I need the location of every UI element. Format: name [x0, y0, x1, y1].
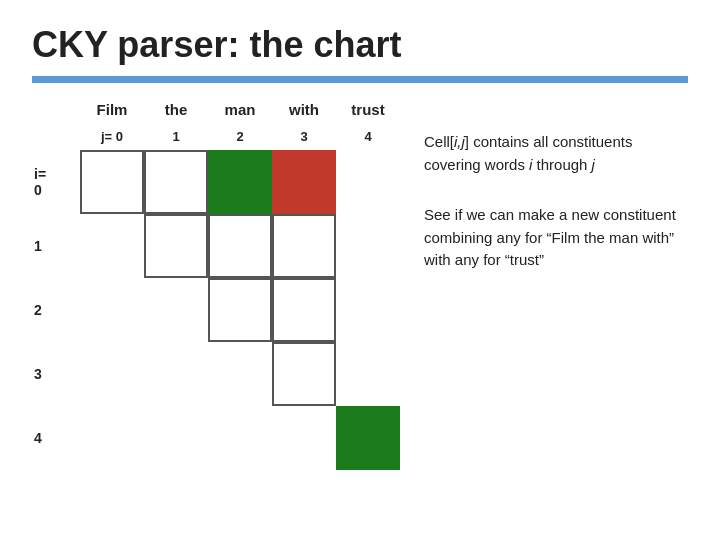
- row-label-1: 1: [32, 214, 80, 278]
- row-label-3: 3: [32, 342, 80, 406]
- j-label-2: 2: [208, 122, 272, 150]
- grid-row-4: [80, 406, 400, 470]
- cell-1-0: [80, 214, 144, 278]
- cell-4-1: [144, 406, 208, 470]
- row-label-0: i=0: [32, 150, 80, 214]
- cell-3-1: [144, 342, 208, 406]
- cell-1-2: [208, 214, 272, 278]
- cell-0-4: [336, 150, 400, 214]
- cell-1-3: [272, 214, 336, 278]
- content-area: Film the man with trust i=0 1 2 3 4: [32, 101, 688, 520]
- col-header-the: the: [144, 101, 208, 122]
- j-label-0: j= 0: [80, 122, 144, 150]
- cell-0-0: [80, 150, 144, 214]
- grid: j= 0 1 2 3 4: [80, 122, 400, 470]
- col-header-man: man: [208, 101, 272, 122]
- grid-area: i=0 1 2 3 4 j= 0 1 2 3 4: [32, 122, 400, 470]
- cell-0-2: [208, 150, 272, 214]
- blue-bar: [32, 76, 688, 83]
- cell-0-1: [144, 150, 208, 214]
- col-header-trust: trust: [336, 101, 400, 122]
- cell-2-4: [336, 278, 400, 342]
- cell-2-3: [272, 278, 336, 342]
- grid-row-3: [80, 342, 400, 406]
- cell-2-1: [144, 278, 208, 342]
- cell-2-2: [208, 278, 272, 342]
- cell-3-3: [272, 342, 336, 406]
- cell-3-0: [80, 342, 144, 406]
- page-title: CKY parser: the chart: [32, 24, 688, 66]
- j-label-3: 3: [272, 122, 336, 150]
- j-label-row: j= 0 1 2 3 4: [80, 122, 400, 150]
- info-section: Cell[i,j] contains all constituents cove…: [424, 101, 688, 520]
- page: CKY parser: the chart Film the man with …: [0, 0, 720, 540]
- cell-2-0: [80, 278, 144, 342]
- chart-section: Film the man with trust i=0 1 2 3 4: [32, 101, 400, 520]
- grid-row-2: [80, 278, 400, 342]
- cell-3-4: [336, 342, 400, 406]
- info-cell-description: Cell[i,j] contains all constituents cove…: [424, 131, 688, 176]
- row-label-2: 2: [32, 278, 80, 342]
- grid-row-0: [80, 150, 400, 214]
- info-see-description: See if we can make a new constituent com…: [424, 204, 688, 272]
- cell-1-4: [336, 214, 400, 278]
- col-header-with: with: [272, 101, 336, 122]
- cell-4-4: [336, 406, 400, 470]
- col-header-film: Film: [80, 101, 144, 122]
- cell-3-2: [208, 342, 272, 406]
- j-label-4: 4: [336, 122, 400, 150]
- cell-4-2: [208, 406, 272, 470]
- row-headers: i=0 1 2 3 4: [32, 122, 80, 470]
- grid-rows: [80, 150, 400, 470]
- j-label-1: 1: [144, 122, 208, 150]
- cell-4-3: [272, 406, 336, 470]
- cell-4-0: [80, 406, 144, 470]
- cell-1-1: [144, 214, 208, 278]
- col-headers: Film the man with trust: [80, 101, 400, 122]
- row-label-4: 4: [32, 406, 80, 470]
- cell-0-3: [272, 150, 336, 214]
- grid-row-1: [80, 214, 400, 278]
